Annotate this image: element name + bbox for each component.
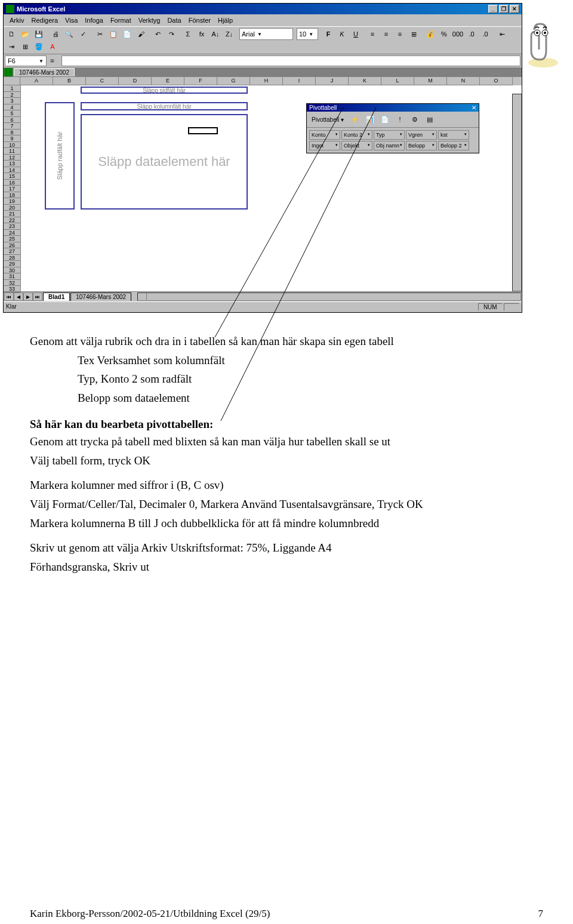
print-icon[interactable]: 🖨	[49, 28, 62, 40]
open-icon[interactable]: 📂	[19, 28, 32, 40]
row-header[interactable]: 4	[4, 104, 20, 111]
horizontal-scrollbar[interactable]	[137, 292, 521, 301]
sheet-nav-next-icon[interactable]: ▶	[23, 292, 33, 301]
sum-icon[interactable]: Σ	[181, 28, 195, 40]
italic-icon[interactable]: K	[335, 28, 349, 40]
align-left-icon[interactable]: ≡	[366, 28, 379, 40]
col-header[interactable]: G	[217, 77, 250, 85]
sheet-nav-prev-icon[interactable]: ◀	[14, 292, 23, 301]
indent-inc-icon[interactable]: ⇥	[5, 41, 18, 53]
pivot-wizard-icon[interactable]: ⚡	[349, 113, 362, 125]
col-header[interactable]: C	[86, 77, 119, 85]
formula-input[interactable]	[61, 56, 520, 66]
fx-icon[interactable]: fx	[195, 28, 208, 40]
row-header[interactable]: 25	[4, 236, 20, 242]
row-header[interactable]: 9	[4, 135, 20, 142]
fontsize-combo[interactable]: 10▼	[297, 28, 318, 40]
row-header[interactable]: 24	[4, 230, 20, 236]
undo-icon[interactable]: ↶	[151, 28, 164, 40]
workbook-tab[interactable]: 107466-Mars 2002	[14, 68, 75, 76]
pivot-chart-icon[interactable]: 📊	[363, 113, 377, 125]
underline-icon[interactable]: U	[349, 28, 362, 40]
row-header[interactable]: 18	[4, 192, 20, 199]
sheet-nav-last-icon[interactable]: ⏭	[33, 292, 42, 301]
paste-icon[interactable]: 📄	[121, 28, 134, 40]
pivot-show-icon[interactable]: ▤	[423, 113, 436, 125]
vertical-scrollbar[interactable]	[512, 94, 522, 291]
row-header[interactable]: 29	[4, 261, 20, 267]
copy-icon[interactable]: 📋	[107, 28, 120, 40]
col-header[interactable]: H	[250, 77, 283, 85]
pivot-refresh-icon[interactable]: !	[393, 113, 406, 125]
row-header[interactable]: 13	[4, 161, 20, 167]
pivot-toolbar-title[interactable]: Pivottabell ✕	[307, 104, 479, 112]
name-box[interactable]: F6▼	[5, 56, 47, 66]
thousands-icon[interactable]: 000	[451, 28, 464, 40]
row-header[interactable]: 23	[4, 223, 20, 230]
row-header[interactable]: 10	[4, 142, 20, 149]
select-all-corner[interactable]	[4, 77, 20, 85]
row-header[interactable]: 5	[4, 110, 20, 117]
row-header[interactable]: 31	[4, 273, 20, 280]
row-header[interactable]: 8	[4, 130, 20, 136]
pivot-field-vgren[interactable]: Vgren▾	[406, 130, 437, 140]
close-icon[interactable]: ✕	[472, 104, 476, 111]
pivot-field-konto[interactable]: Konto▾	[309, 130, 340, 140]
currency-icon[interactable]: 💰	[424, 28, 437, 40]
row-header[interactable]: 12	[4, 155, 20, 161]
new-icon[interactable]: 🗋	[5, 28, 18, 40]
sort-desc-icon[interactable]: Z↓	[223, 28, 236, 40]
menu-format[interactable]: Format	[107, 16, 135, 25]
col-header[interactable]: N	[447, 77, 480, 85]
pivottable-menu-button[interactable]: Pivottabell ▾	[309, 115, 347, 124]
fill-color-icon[interactable]: 🪣	[32, 41, 45, 53]
row-header[interactable]: 32	[4, 280, 20, 287]
borders-icon[interactable]: ⊞	[19, 41, 32, 53]
row-header[interactable]: 14	[4, 167, 20, 174]
col-header[interactable]: J	[316, 77, 349, 85]
menu-hjalp[interactable]: Hjälp	[214, 16, 236, 25]
row-header[interactable]: 21	[4, 211, 20, 217]
pivot-field-kst[interactable]: kst▾	[438, 130, 469, 140]
pivot-hide-icon[interactable]: 📄	[378, 113, 392, 125]
menu-redigera[interactable]: Redigera	[27, 16, 61, 25]
menu-infoga[interactable]: Infoga	[81, 16, 107, 25]
pivot-data-drop-zone[interactable]: Släpp dataelement här	[81, 114, 248, 210]
row-header[interactable]: 20	[4, 205, 20, 211]
pivot-field-belopp[interactable]: Belopp▾	[406, 141, 437, 150]
col-header[interactable]: I	[283, 77, 316, 85]
row-header[interactable]: 15	[4, 173, 20, 180]
pivot-settings-icon[interactable]: ⚙	[408, 113, 421, 125]
pivot-row-drop-zone[interactable]: Släpp radfält här	[45, 102, 75, 210]
col-header[interactable]: B	[53, 77, 86, 85]
menu-visa[interactable]: Visa	[61, 16, 81, 25]
sheet-tab-mars[interactable]: 107466-Mars 2002	[70, 292, 131, 301]
bold-icon[interactable]: F	[322, 28, 335, 40]
align-center-icon[interactable]: ≡	[380, 28, 393, 40]
row-header[interactable]: 6	[4, 117, 20, 124]
office-assistant-clippy[interactable]	[522, 21, 564, 69]
col-header[interactable]: A	[20, 77, 53, 85]
menu-arkiv[interactable]: Arkiv	[6, 16, 27, 25]
row-header[interactable]: 17	[4, 186, 20, 192]
row-header[interactable]: 26	[4, 242, 20, 249]
pivot-field-typ[interactable]: Typ▾	[374, 130, 405, 140]
row-header[interactable]: 7	[4, 123, 20, 130]
col-header[interactable]: L	[381, 77, 414, 85]
row-header[interactable]: 2	[4, 92, 20, 98]
pivot-field-belopp2[interactable]: Belopp 2▾	[438, 141, 469, 150]
row-header[interactable]: 22	[4, 217, 20, 224]
cell-grid[interactable]: Släpp sidfält här Släpp kolumnfält här S…	[21, 85, 522, 291]
percent-icon[interactable]: %	[438, 28, 451, 40]
row-header[interactable]: 16	[4, 180, 20, 186]
col-header[interactable]: M	[414, 77, 447, 85]
col-header[interactable]: O	[480, 77, 513, 85]
sheet-tab-blad1[interactable]: Blad1	[43, 292, 70, 301]
font-color-icon[interactable]: A	[46, 41, 59, 53]
row-header[interactable]: 3	[4, 98, 20, 104]
cut-icon[interactable]: ✂	[93, 28, 106, 40]
sort-asc-icon[interactable]: A↓	[209, 28, 222, 40]
col-header[interactable]: K	[349, 77, 381, 85]
preview-icon[interactable]: 🔍	[63, 28, 76, 40]
menu-verktyg[interactable]: Verktyg	[135, 16, 164, 25]
